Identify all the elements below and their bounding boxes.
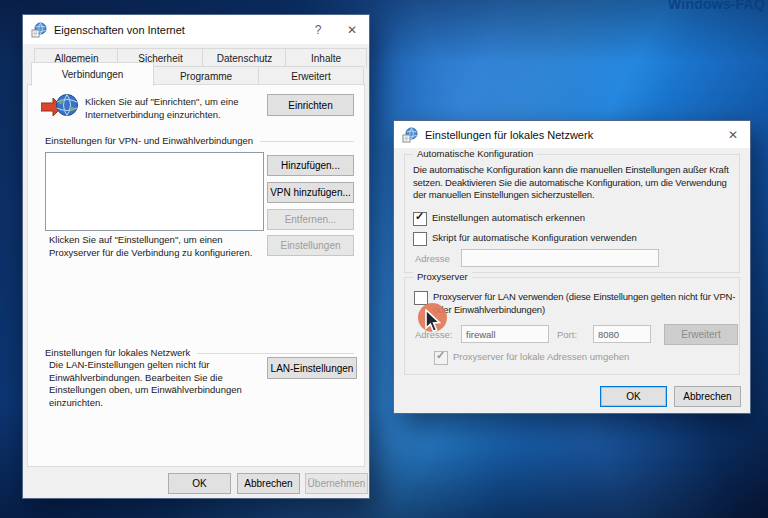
config-script-row: Skript für automatische Konfiguration ve… — [413, 232, 637, 246]
bypass-proxy-row: Proxyserver für lokale Adressen umgehen — [434, 351, 629, 365]
einstellungen-button: Einstellungen — [267, 235, 354, 256]
script-address-input — [461, 249, 659, 267]
vpn-group-divider — [260, 141, 354, 142]
lan-settings-icon — [402, 127, 418, 143]
entfernen-button: Entfernen... — [267, 209, 354, 230]
tab-programme[interactable]: Programme — [152, 66, 260, 86]
auto-config-text: Die automatische Konfiguration kann die … — [413, 164, 735, 202]
tab-inhalte[interactable]: Inhalte — [285, 48, 367, 68]
auto-config-group: Automatische Konfiguration Die automatis… — [404, 154, 740, 273]
einrichten-button[interactable]: Einrichten — [267, 94, 354, 116]
ok-button[interactable]: OK — [168, 473, 231, 494]
verbindungen-tab-panel: Klicken Sie auf "Einrichten", um eine In… — [27, 84, 365, 467]
internet-properties-icon — [31, 22, 47, 38]
tab-verbindungen[interactable]: Verbindungen — [31, 62, 154, 86]
config-script-label: Skript für automatische Konfiguration ve… — [432, 232, 637, 245]
abbrechen-button[interactable]: Abbrechen — [674, 386, 741, 407]
ok-button[interactable]: OK — [600, 386, 667, 407]
bypass-proxy-label: Proxyserver für lokale Adressen umgehen — [453, 351, 629, 364]
proxy-port-label: Port: — [557, 329, 577, 340]
proxy-address-input — [461, 325, 549, 343]
lan-einstellungen-button[interactable]: LAN-Einstellungen — [267, 357, 357, 379]
use-proxy-checkbox[interactable] — [414, 291, 428, 305]
bypass-proxy-checkbox — [434, 351, 448, 365]
uebernehmen-button: Übernehmen — [305, 473, 368, 494]
auto-detect-label: Einstellungen automatisch erkennen — [432, 212, 585, 225]
script-address-label: Adresse — [415, 253, 450, 264]
proxy-group: Proxyserver Proxyserver für LAN verwende… — [404, 277, 740, 375]
internet-properties-titlebar[interactable]: Eigenschaften von Internet ? ✕ — [23, 15, 369, 44]
internet-properties-dialog: Eigenschaften von Internet ? ✕ Allgemein… — [22, 14, 370, 499]
tab-datenschutz[interactable]: Datenschutz — [202, 48, 287, 68]
vpn-group-label: Einstellungen für VPN- und Einwählverbin… — [45, 135, 253, 146]
watermark-text: Windows-FAQ — [668, 0, 765, 12]
lan-group-label: Einstellungen für lokales Netzwerk — [45, 347, 190, 358]
tab-erweitert[interactable]: Erweitert — [258, 66, 364, 86]
close-icon[interactable]: ✕ — [716, 121, 750, 148]
vpn-group-header: Einstellungen für VPN- und Einwählverbin… — [45, 135, 354, 146]
help-icon[interactable]: ? — [301, 15, 335, 44]
internet-setup-globe-icon — [41, 93, 79, 121]
close-icon[interactable]: ✕ — [335, 15, 369, 44]
auto-config-group-label: Automatische Konfiguration — [413, 148, 537, 159]
use-proxy-row: Proxyserver für LAN verwenden (diese Ein… — [414, 291, 745, 316]
vpn-connections-list[interactable] — [45, 152, 264, 231]
vpn-hinzufuegen-button[interactable]: VPN hinzufügen... — [267, 182, 354, 203]
lan-settings-dialog: Einstellungen für lokales Netzwerk ✕ Aut… — [393, 120, 751, 414]
mouse-cursor-icon — [424, 309, 444, 336]
lan-group-divider — [197, 353, 354, 354]
proxy-group-label: Proxyserver — [413, 271, 472, 282]
erweitert-button: Erweitert — [664, 324, 738, 345]
config-script-checkbox[interactable] — [413, 232, 427, 246]
auto-detect-checkbox[interactable] — [413, 212, 427, 226]
lan-settings-titlebar[interactable]: Einstellungen für lokales Netzwerk ✕ — [394, 121, 750, 148]
use-proxy-label: Proxyserver für LAN verwenden (diese Ein… — [433, 291, 745, 316]
dialog-title: Eigenschaften von Internet — [54, 24, 301, 36]
desktop-background: Windows-FAQ Eigenschaften von Internet ?… — [0, 0, 768, 518]
lan-settings-text: Die LAN-Einstellungen gelten nicht für E… — [49, 359, 269, 409]
internet-setup-text: Klicken Sie auf "Einrichten", um eine In… — [85, 96, 275, 121]
abbrechen-button[interactable]: Abbrechen — [237, 473, 300, 494]
proxy-port-input — [593, 325, 651, 343]
auto-detect-row: Einstellungen automatisch erkennen — [413, 212, 585, 226]
hinzufuegen-button[interactable]: Hinzufügen... — [267, 155, 354, 176]
proxy-hint-text: Klicken Sie auf "Einstellungen", um eine… — [49, 234, 269, 259]
dialog-title: Einstellungen für lokales Netzwerk — [425, 129, 716, 141]
